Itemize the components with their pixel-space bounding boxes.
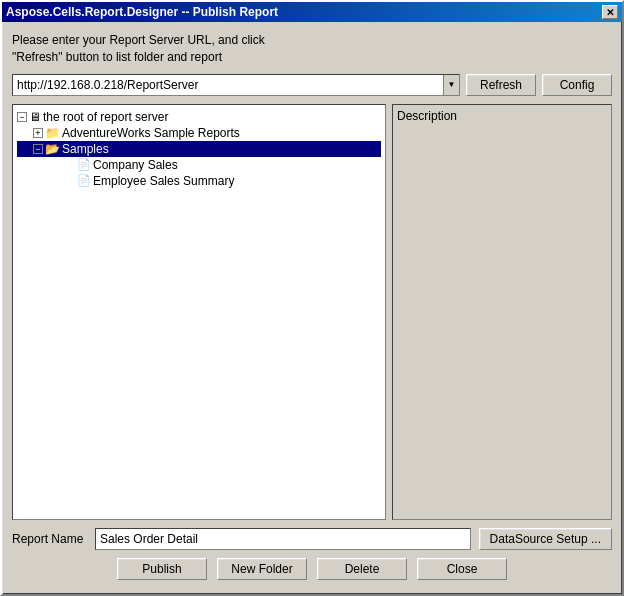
employee-sales-label: Employee Sales Summary: [93, 174, 234, 188]
tree-item-employee-sales[interactable]: 📄 Employee Sales Summary: [17, 173, 381, 189]
employee-sales-icon: 📄: [77, 174, 91, 187]
delete-button[interactable]: Delete: [317, 558, 407, 580]
description-label: Description: [397, 109, 607, 123]
main-window: Aspose.Cells.Report.Designer -- Publish …: [0, 0, 624, 596]
url-wrapper: ▼: [12, 74, 460, 96]
config-button[interactable]: Config: [542, 74, 612, 96]
samples-folder-icon: 📂: [45, 142, 60, 156]
root-folder-icon: 🖥: [29, 110, 41, 124]
close-dialog-button[interactable]: Close: [417, 558, 507, 580]
tree-panel: − 🖥 the root of report server + 📁 Advent…: [12, 104, 386, 520]
url-input[interactable]: [13, 75, 443, 95]
refresh-button[interactable]: Refresh: [466, 74, 536, 96]
tree-item-samples[interactable]: − 📂 Samples: [17, 141, 381, 157]
datasource-setup-button[interactable]: DataSource Setup ...: [479, 528, 612, 550]
company-sales-spacer: [65, 160, 75, 170]
adventureworks-toggle[interactable]: +: [33, 128, 43, 138]
company-sales-label: Company Sales: [93, 158, 178, 172]
action-buttons-row: Publish New Folder Delete Close: [12, 558, 612, 584]
close-button[interactable]: ✕: [602, 5, 618, 19]
root-toggle[interactable]: −: [17, 112, 27, 122]
description-panel: Description: [392, 104, 612, 520]
bottom-area: Report Name DataSource Setup ... Publish…: [12, 528, 612, 584]
report-name-input[interactable]: [95, 528, 471, 550]
report-name-label: Report Name: [12, 532, 87, 546]
url-row: ▼ Refresh Config: [12, 74, 612, 96]
instruction-line1: Please enter your Report Server URL, and…: [12, 32, 612, 49]
adventureworks-folder-icon: 📁: [45, 126, 60, 140]
main-area: − 🖥 the root of report server + 📁 Advent…: [12, 104, 612, 520]
company-sales-icon: 📄: [77, 158, 91, 171]
tree-item-company-sales[interactable]: 📄 Company Sales: [17, 157, 381, 173]
samples-label: Samples: [62, 142, 109, 156]
title-text: Aspose.Cells.Report.Designer -- Publish …: [6, 5, 278, 19]
report-name-row: Report Name DataSource Setup ...: [12, 528, 612, 550]
instruction-text: Please enter your Report Server URL, and…: [12, 32, 612, 66]
tree-root[interactable]: − 🖥 the root of report server: [17, 109, 381, 125]
root-label: the root of report server: [43, 110, 168, 124]
samples-toggle[interactable]: −: [33, 144, 43, 154]
url-dropdown-arrow[interactable]: ▼: [443, 75, 459, 95]
content-area: Please enter your Report Server URL, and…: [2, 22, 622, 594]
title-bar-title: Aspose.Cells.Report.Designer -- Publish …: [6, 5, 278, 19]
tree-item-adventureworks[interactable]: + 📁 AdventureWorks Sample Reports: [17, 125, 381, 141]
publish-button[interactable]: Publish: [117, 558, 207, 580]
employee-sales-spacer: [65, 176, 75, 186]
new-folder-button[interactable]: New Folder: [217, 558, 307, 580]
instruction-line2: "Refresh" button to list folder and repo…: [12, 49, 612, 66]
adventureworks-label: AdventureWorks Sample Reports: [62, 126, 240, 140]
title-bar: Aspose.Cells.Report.Designer -- Publish …: [2, 2, 622, 22]
